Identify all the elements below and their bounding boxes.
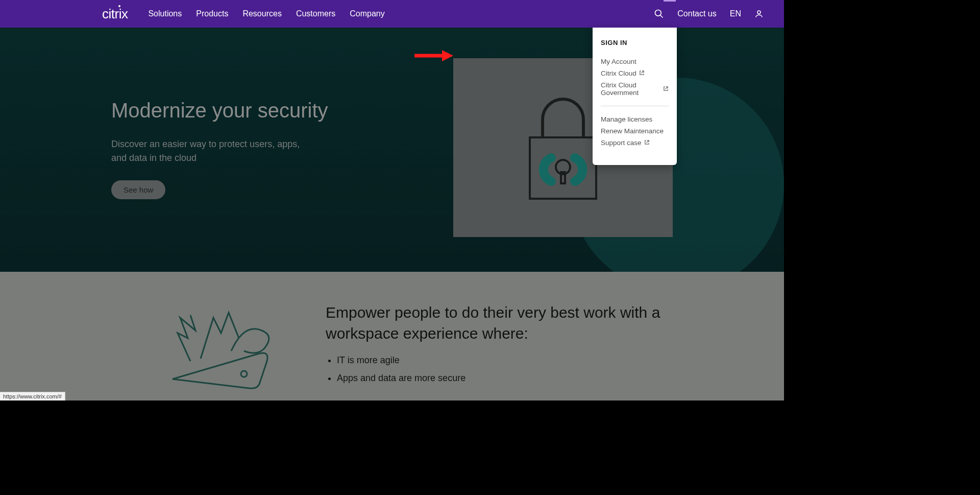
- svg-point-2: [757, 11, 761, 14]
- nav-right-group: Contact us EN: [654, 9, 764, 19]
- external-link-icon: [644, 139, 650, 147]
- svg-marker-8: [442, 50, 453, 61]
- dropdown-item-manage-licenses[interactable]: Manage licenses: [601, 113, 669, 125]
- dropdown-item-label: Support case: [601, 139, 642, 147]
- brand-logo[interactable]: citrix: [102, 6, 128, 22]
- arrow-right-icon: [413, 49, 454, 62]
- user-icon[interactable]: [754, 9, 764, 18]
- nav-link-customers[interactable]: Customers: [296, 9, 335, 18]
- dropdown-item-label: Renew Maintenance: [601, 127, 664, 135]
- nav-contact-us[interactable]: Contact us: [677, 9, 716, 18]
- dropdown-item-label: Citrix Cloud Government: [601, 81, 660, 97]
- dropdown-item-support-case[interactable]: Support case: [601, 137, 669, 149]
- svg-line-1: [660, 15, 663, 18]
- nav-link-resources[interactable]: Resources: [242, 9, 281, 18]
- search-icon[interactable]: [654, 9, 664, 19]
- nav-link-company[interactable]: Company: [350, 9, 384, 18]
- nav-link-solutions[interactable]: Solutions: [148, 9, 182, 18]
- annotation-arrow: [413, 49, 454, 64]
- nav-link-products[interactable]: Products: [196, 9, 228, 18]
- sign-in-dropdown: SIGN IN My Account Citrix Cloud Citrix C…: [593, 28, 677, 165]
- user-menu-active-indicator: [664, 0, 676, 2]
- top-navbar: citrix Solutions Products Resources Cust…: [0, 0, 784, 28]
- dropdown-item-citrix-cloud[interactable]: Citrix Cloud: [601, 67, 669, 79]
- dropdown-group-manage: Manage licenses Renew Maintenance Suppor…: [601, 113, 669, 149]
- dropdown-item-label: My Account: [601, 58, 636, 65]
- dropdown-item-renew-maintenance[interactable]: Renew Maintenance: [601, 125, 669, 137]
- dropdown-divider: [601, 106, 669, 106]
- external-link-icon: [663, 85, 669, 93]
- dropdown-item-label: Manage licenses: [601, 115, 652, 123]
- dropdown-item-citrix-cloud-gov[interactable]: Citrix Cloud Government: [601, 79, 669, 99]
- nav-language-selector[interactable]: EN: [730, 9, 741, 18]
- dropdown-group-signin: My Account Citrix Cloud Citrix Cloud Gov…: [601, 56, 669, 99]
- dropdown-item-label: Citrix Cloud: [601, 69, 636, 77]
- dropdown-header: SIGN IN: [601, 39, 669, 46]
- brand-logo-text: citrix: [102, 6, 128, 21]
- browser-status-url: https://www.citrix.com/#: [0, 392, 65, 400]
- dropdown-item-my-account[interactable]: My Account: [601, 56, 669, 67]
- external-link-icon: [639, 69, 645, 77]
- svg-point-0: [655, 10, 662, 16]
- primary-nav: Solutions Products Resources Customers C…: [148, 9, 384, 18]
